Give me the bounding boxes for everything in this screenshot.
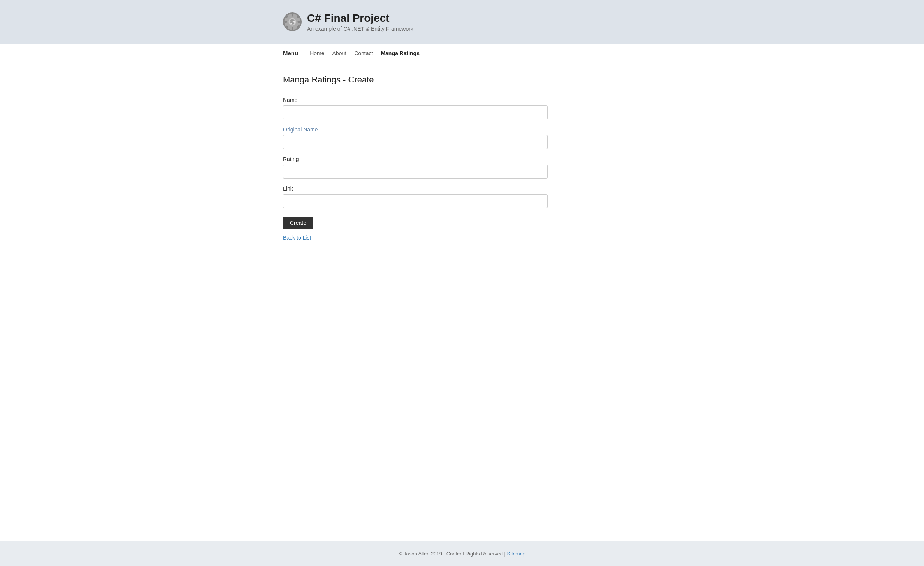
label-original-name: Original Name <box>283 126 548 133</box>
site-title: C# Final Project <box>307 12 413 25</box>
svg-text:C#: C# <box>290 20 295 25</box>
site-footer: © Jason Allen 2019 | Content Rights Rese… <box>0 541 924 566</box>
label-name: Name <box>283 97 548 103</box>
main-content: Manga Ratings - Create Name Original Nam… <box>0 63 924 541</box>
nav-link-home[interactable]: Home <box>310 50 324 56</box>
create-button[interactable]: Create <box>283 217 313 229</box>
svg-rect-4 <box>284 21 287 23</box>
create-form: Name Original Name Rating Link Create Ba… <box>283 97 548 241</box>
input-rating[interactable] <box>283 165 548 179</box>
site-header: C# C# Final Project An example of C# .NE… <box>0 0 924 44</box>
nav-link-contact[interactable]: Contact <box>354 50 373 56</box>
svg-rect-2 <box>292 14 293 17</box>
form-group-rating: Rating <box>283 156 548 179</box>
nav-link-manga-ratings[interactable]: Manga Ratings <box>381 50 420 56</box>
header-text: C# Final Project An example of C# .NET &… <box>307 12 413 32</box>
form-group-name: Name <box>283 97 548 119</box>
site-subtitle: An example of C# .NET & Entity Framework <box>307 26 413 32</box>
page-title: Manga Ratings - Create <box>283 75 641 89</box>
site-nav: Menu Home About Contact Manga Ratings <box>0 44 924 63</box>
form-group-link: Link <box>283 186 548 208</box>
input-name[interactable] <box>283 105 548 119</box>
input-original-name[interactable] <box>283 135 548 149</box>
svg-rect-5 <box>297 21 300 23</box>
input-link[interactable] <box>283 194 548 208</box>
footer-copyright: © Jason Allen 2019 | Content Rights Rese… <box>399 551 507 557</box>
svg-rect-3 <box>292 27 293 30</box>
nav-brand: Menu <box>283 50 298 56</box>
label-link: Link <box>283 186 548 192</box>
form-group-original-name: Original Name <box>283 126 548 149</box>
nav-link-about[interactable]: About <box>332 50 347 56</box>
back-to-list-link[interactable]: Back to List <box>283 235 548 241</box>
label-rating: Rating <box>283 156 548 162</box>
footer-sitemap-link[interactable]: Sitemap <box>507 551 525 557</box>
site-logo-icon: C# <box>283 12 302 31</box>
